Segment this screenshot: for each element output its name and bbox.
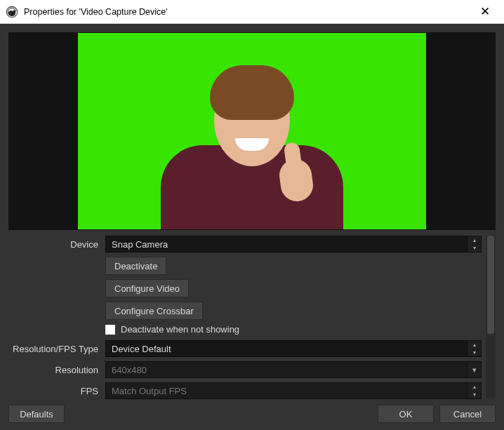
deactivate-when-not-showing-label: Deactivate when not showing	[121, 324, 239, 335]
scrollbar-thumb[interactable]	[487, 236, 494, 334]
stepper-icon: ▴▾	[467, 236, 481, 252]
defaults-button[interactable]: Defaults	[8, 405, 65, 423]
dialog-footer: Defaults OK Cancel	[8, 405, 496, 423]
resolution-fps-type-value: Device Default	[112, 344, 171, 354]
chevron-down-icon: ▾	[467, 362, 481, 377]
close-icon[interactable]: ✕	[473, 4, 497, 19]
ok-button[interactable]: OK	[378, 405, 434, 423]
obs-app-icon	[6, 6, 18, 18]
stepper-icon: ▴▾	[467, 341, 481, 356]
resolution-label: Resolution	[8, 365, 105, 375]
video-preview-pane	[8, 32, 496, 230]
video-preview	[78, 33, 426, 229]
resolution-fps-type-select[interactable]: Device Default ▴▾	[105, 340, 482, 357]
configure-crossbar-button[interactable]: Configure Crossbar	[105, 302, 203, 320]
deactivate-button[interactable]: Deactivate	[105, 257, 166, 275]
resolution-select[interactable]: 640x480 ▾	[105, 361, 482, 378]
fps-select[interactable]: Match Output FPS ▴▾	[105, 382, 482, 399]
device-select-value: Snap Camera	[112, 239, 168, 250]
cancel-button[interactable]: Cancel	[439, 405, 496, 423]
dialog-body: Device Snap Camera ▴▾ Deactivate Configu…	[0, 24, 504, 430]
device-select[interactable]: Snap Camera ▴▾	[105, 236, 482, 253]
form-scrollbar[interactable]	[486, 236, 496, 398]
deactivate-when-not-showing-checkbox[interactable]	[105, 325, 115, 335]
configure-video-button[interactable]: Configure Video	[105, 279, 189, 297]
window-title: Properties for 'Video Capture Device'	[24, 7, 168, 17]
device-label: Device	[8, 239, 105, 250]
preview-person	[161, 68, 343, 229]
titlebar: Properties for 'Video Capture Device' ✕	[0, 0, 504, 24]
fps-label: FPS	[8, 386, 105, 396]
form-area: Device Snap Camera ▴▾ Deactivate Configu…	[8, 236, 496, 403]
stepper-icon: ▴▾	[467, 383, 481, 398]
fps-value: Match Output FPS	[112, 386, 187, 396]
resolution-value: 640x480	[112, 365, 147, 375]
resolution-fps-type-label: Resolution/FPS Type	[8, 344, 105, 354]
